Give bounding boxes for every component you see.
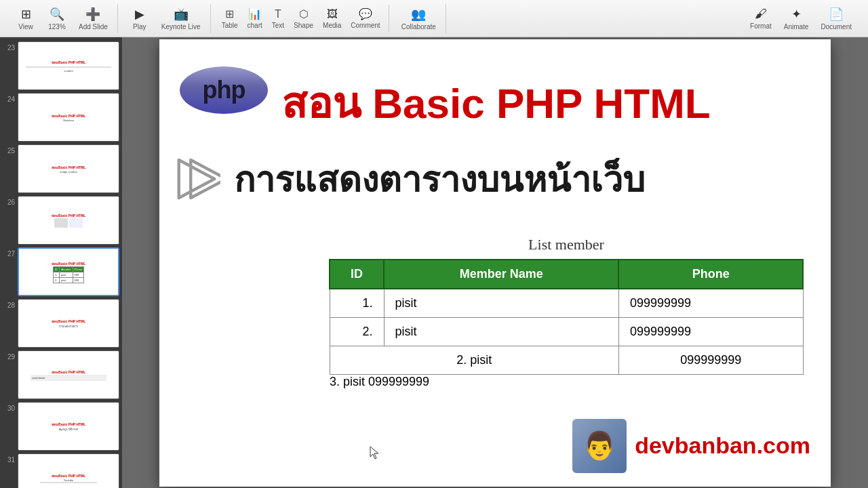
format-label: Format <box>750 22 772 30</box>
slide-preview-29: สอน Basic PHP HTML code block <box>18 350 119 399</box>
keynote-live-label: Keynote Live <box>161 23 201 30</box>
chart-button[interactable]: 📊 chart <box>243 5 267 32</box>
play-icon: ▶ <box>135 7 144 22</box>
slide-thumb-24[interactable]: 24 สอน Basic PHP HTML Structure <box>3 93 119 142</box>
add-slide-label: Add Slide <box>79 23 108 30</box>
format-button[interactable]: 🖌 Format <box>745 4 777 33</box>
slide-num-30: 30 <box>3 402 15 412</box>
document-button[interactable]: 📄 Document <box>815 4 857 33</box>
toolbar: ⊞ View 🔍 123% ➕ Add Slide ▶ Play 📺 Keyno… <box>0 0 868 37</box>
chart-icon: 📊 <box>248 7 262 20</box>
format-icon: 🖌 <box>755 7 767 21</box>
slide-thumb-31[interactable]: 31 สอน Basic PHP HTML Youtube <box>3 453 119 488</box>
media-icon: 🖼 <box>327 8 338 20</box>
add-slide-button[interactable]: ➕ Add Slide <box>73 4 113 33</box>
col-id: ID <box>330 260 384 289</box>
slide-preview-31: สอน Basic PHP HTML Youtube <box>18 453 119 488</box>
play-group: ▶ Play 📺 Keynote Live <box>121 4 211 33</box>
comment-label: Comment <box>351 22 380 29</box>
avatar: 👨 <box>572 419 627 473</box>
zoom-button[interactable]: 🔍 123% <box>42 4 72 33</box>
slide-thumb-29[interactable]: 29 สอน Basic PHP HTML code block <box>3 350 119 399</box>
slide-num-29: 29 <box>3 350 15 361</box>
media-label: Media <box>323 22 341 29</box>
svg-marker-0 <box>179 160 215 198</box>
slide-num-26: 26 <box>3 196 15 206</box>
row1-name: pisit <box>384 289 618 318</box>
right-toolbar-group: 🖌 Format ✦ Animate 📄 Document <box>741 4 861 33</box>
collaborate-group: 👥 Collaborate <box>392 4 446 33</box>
slide-preview-26: สอน Basic PHP HTML <box>18 196 119 245</box>
table-caption: List member <box>329 236 804 253</box>
slide-thumb-30[interactable]: 30 สอน Basic PHP HTML MySQL ใช้ PHP <box>3 402 119 451</box>
span-phone: 099999999 <box>618 346 803 374</box>
shape-button[interactable]: ⬡ Shape <box>290 5 317 32</box>
slide-num-25: 25 <box>3 144 15 155</box>
chart-label: chart <box>248 22 262 29</box>
slide-preview-28: สอน Basic PHP HTML การแสดงรายการ <box>18 299 119 348</box>
keynote-live-icon: 📺 <box>174 7 189 22</box>
animate-button[interactable]: ✦ Animate <box>778 4 814 33</box>
animate-icon: ✦ <box>791 7 802 22</box>
animate-label: Animate <box>784 23 809 30</box>
php-text: php <box>203 76 245 104</box>
slide-thumb-27[interactable]: 27 สอน Basic PHP HTML IDMemberPhone 1.pi… <box>3 247 119 296</box>
slide-thumb-26[interactable]: 26 สอน Basic PHP HTML <box>3 196 119 245</box>
slide-num-27: 27 <box>3 247 15 258</box>
slide-thumb-28[interactable]: 28 สอน Basic PHP HTML การแสดงรายการ <box>3 299 119 348</box>
slide-panel: 23 สอน Basic PHP HTML content 24 สอน Bas… <box>0 37 122 488</box>
slide-thumb-25[interactable]: 25 สอน Basic PHP HTML image content <box>3 144 119 193</box>
slide-title: สอน Basic PHP HTML <box>281 70 817 136</box>
slide-thumb-23[interactable]: 23 สอน Basic PHP HTML content <box>3 41 119 90</box>
table-header-row: ID Member Name Phone <box>330 260 803 289</box>
col-phone: Phone <box>618 260 803 289</box>
row1-id: 1. <box>330 289 384 318</box>
table-row-2: 2. pisit 099999999 <box>330 317 803 346</box>
canvas-area[interactable]: php สอน Basic PHP HTML การแสดงตารางบนหน้… <box>122 37 868 488</box>
slide-preview-24: สอน Basic PHP HTML Structure <box>18 93 119 142</box>
slide-preview-23: สอน Basic PHP HTML content <box>18 41 119 90</box>
slide-num-31: 31 <box>3 453 15 464</box>
slide-title-text: สอน Basic PHP HTML <box>281 80 711 127</box>
collaborate-label: Collaborate <box>401 23 436 30</box>
slide-preview-27: สอน Basic PHP HTML IDMemberPhone 1.pisit… <box>18 247 119 296</box>
text-label: Text <box>272 22 284 29</box>
slide-num-24: 24 <box>3 93 15 103</box>
main-area: 23 สอน Basic PHP HTML content 24 สอน Bas… <box>0 37 868 488</box>
document-icon: 📄 <box>829 7 844 22</box>
row1-phone: 099999999 <box>618 289 803 318</box>
collaborate-button[interactable]: 👥 Collaborate <box>396 4 441 33</box>
view-icon: ⊞ <box>21 7 31 22</box>
slide-num-28: 28 <box>3 299 15 309</box>
view-label: View <box>18 23 33 30</box>
col-name: Member Name <box>384 260 618 289</box>
text-button[interactable]: T Text <box>268 5 288 32</box>
table-row-span: 2. pisit 099999999 <box>330 346 803 374</box>
arrow-icon <box>173 155 220 203</box>
row2-id: 2. <box>330 317 384 346</box>
shape-icon: ⬡ <box>299 7 309 20</box>
php-ellipse: php <box>180 66 268 114</box>
row2-name: pisit <box>384 317 618 346</box>
view-button[interactable]: ⊞ View <box>11 4 41 33</box>
row2-phone: 099999999 <box>618 317 803 346</box>
table-label: Table <box>222 22 238 29</box>
member-table: ID Member Name Phone 1. pisit 099999999 … <box>329 259 804 389</box>
document-label: Document <box>821 23 852 30</box>
table-section: List member ID Member Name Phone 1. pisi… <box>329 236 804 389</box>
table-icon: ⊞ <box>225 7 234 20</box>
shape-label: Shape <box>294 22 313 29</box>
media-button[interactable]: 🖼 Media <box>319 5 345 32</box>
branding: 👨 devbanban.com <box>572 419 810 473</box>
php-logo: php <box>180 66 268 114</box>
slide-preview-25: สอน Basic PHP HTML image content <box>18 144 119 193</box>
slide-subtitle: การแสดงตารางบนหน้าเว็บ <box>173 151 817 207</box>
table-button[interactable]: ⊞ Table <box>218 5 242 32</box>
brand-text: devbanban.com <box>635 432 810 459</box>
keynote-live-button[interactable]: 📺 Keynote Live <box>156 4 206 33</box>
comment-button[interactable]: 💬 Comment <box>347 5 384 32</box>
table-row-1: 1. pisit 099999999 <box>330 289 803 318</box>
add-icon: ➕ <box>85 7 100 22</box>
zoom-icon: 🔍 <box>50 7 64 22</box>
play-button[interactable]: ▶ Play <box>125 4 155 33</box>
